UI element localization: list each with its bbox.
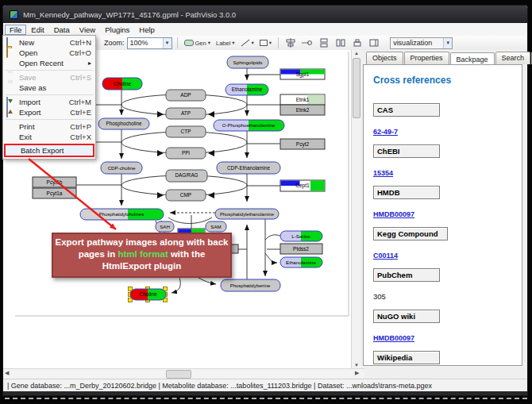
node-pcyt2[interactable]: Pcyt2 (280, 139, 325, 149)
node-cdp-choline[interactable]: CDP-choline (101, 162, 142, 174)
node-pcyt1a[interactable]: Pcyt1a (33, 188, 76, 198)
menu-data[interactable]: Data (49, 25, 75, 35)
node-choline-selected[interactable]: Choline (129, 287, 168, 302)
datanode-dropdown[interactable]: Gen ▾ (183, 39, 212, 48)
chevron-down-icon: ▾ (208, 40, 210, 46)
node-choline[interactable]: Choline (102, 78, 142, 90)
stack-vertical-button[interactable] (317, 37, 331, 48)
xref-link[interactable]: 15354 (373, 169, 393, 177)
svg-text:PPi: PPi (182, 150, 190, 156)
menu-item-open-recent[interactable]: Open Recent ▸ (3, 58, 95, 68)
titlebar[interactable]: Mm_Kennedy_pathway_WP1771_45176.gpml - P… (3, 6, 527, 23)
align-middle-button[interactable] (300, 37, 314, 48)
zoom-select[interactable]: 100% ▼ (127, 37, 172, 49)
scroll-left-icon[interactable]: ◀ (5, 370, 9, 376)
menu-item-export[interactable]: Export Ctrl+E (3, 107, 95, 117)
tab-objects[interactable]: Objects (366, 52, 403, 64)
horiz-scroll-thumb[interactable] (166, 370, 191, 379)
annotation-callout: Export pathway images along with back pa… (52, 233, 232, 278)
node-cmp[interactable]: CMP (166, 190, 206, 201)
node-phosphocholine[interactable]: Phosphocholine (98, 118, 149, 129)
node-atp[interactable]: ATP (166, 108, 206, 119)
menu-item-import[interactable]: Import Ctrl+M (3, 97, 95, 107)
menu-item-exit[interactable]: Exit Ctrl+X (3, 132, 95, 142)
side-panel-button[interactable] (367, 37, 381, 48)
menu-item-new[interactable]: New Ctrl+N (3, 37, 95, 48)
side-panel-icon (368, 38, 380, 48)
node-l-serine[interactable]: L-Serine (280, 231, 322, 241)
tab-backpage[interactable]: Backpage (450, 52, 495, 65)
node-phosphatidylcholines[interactable]: Phosphatidylcholines (80, 209, 164, 220)
print-button[interactable] (350, 37, 364, 48)
xref-link[interactable]: C00114 (373, 252, 398, 260)
visualization-select[interactable]: visualization ▼ (390, 37, 453, 49)
node-ctp[interactable]: CTP (166, 126, 206, 137)
node-o-phosphoethanolamine[interactable]: O-Phosphoethanolamine (214, 120, 284, 131)
label-dropdown[interactable]: Label ▾ (214, 39, 237, 48)
status-text: | Gene database: ...m_Derby_20120602.bri… (7, 382, 432, 390)
node-pcyt1b[interactable]: Pcyt1b (33, 177, 76, 187)
node-phosphatidylserine[interactable]: Phosphatidylserine (221, 279, 280, 291)
sidebar: Objects Properties Backpage Search Legen… (360, 50, 527, 368)
stack-vertical-icon (318, 38, 330, 48)
menu-item-save-as[interactable]: Save as (3, 83, 95, 93)
menu-file[interactable]: File (5, 25, 26, 35)
xref-link[interactable]: HMDB00097 (373, 210, 414, 218)
align-center-button[interactable] (283, 37, 298, 48)
line-dropdown[interactable]: ▾ (239, 38, 256, 48)
xref-title: NuGO wiki (373, 310, 440, 323)
node-ethanolamine-bottom[interactable]: Ethanolamine (280, 257, 322, 267)
shape-dropdown[interactable]: ▾ (258, 39, 273, 47)
svg-text:Phosphocholine: Phosphocholine (106, 121, 142, 127)
menu-item-batch-export[interactable]: Batch Export (4, 144, 94, 157)
node-sgpl1[interactable]: Sgpl1 (280, 69, 325, 79)
tab-properties[interactable]: Properties (404, 52, 449, 64)
xref-section-kegg: Kegg Compound C00114 (373, 227, 512, 261)
menu-separator (6, 119, 93, 120)
callout-highlight: html format (118, 249, 168, 259)
xref-title: Kegg Compound (373, 227, 448, 240)
node-sah[interactable]: SAH (156, 221, 174, 232)
align-center-icon (285, 38, 296, 48)
node-sam[interactable]: SAM (206, 221, 226, 232)
svg-text:Pcyt1b: Pcyt1b (47, 179, 63, 186)
node-etnk1[interactable]: Etnk1 (280, 94, 325, 105)
node-cept1[interactable]: Cept1 (280, 180, 325, 191)
node-adp[interactable]: ADP (166, 90, 206, 101)
menu-item-print[interactable]: Print Ctrl+P (3, 121, 95, 132)
menu-plugins[interactable]: Plugins (100, 25, 134, 35)
svg-text:ATP: ATP (181, 110, 191, 116)
node-sphingolipids[interactable]: Sphingolipids (227, 56, 268, 68)
node-ethanolamine[interactable]: Ethanolamine (226, 84, 268, 95)
chevron-down-icon[interactable]: ▼ (443, 38, 452, 48)
vertical-scroll-thumb[interactable] (353, 58, 360, 118)
svg-text:Phosphatidylserine: Phosphatidylserine (230, 283, 271, 288)
node-dag[interactable]: DAG/RAG (166, 170, 207, 182)
svg-text:DAG/RAG: DAG/RAG (175, 172, 198, 178)
menu-item-open[interactable]: Open Ctrl+O (3, 48, 95, 58)
menu-help[interactable]: Help (134, 25, 160, 35)
svg-text:Pcyt2: Pcyt2 (296, 141, 310, 148)
statusbar: | Gene database: ...m_Derby_20120602.bri… (3, 379, 527, 392)
xref-link[interactable]: HMDB00097 (373, 334, 414, 342)
chevron-down-icon[interactable]: ▼ (163, 38, 172, 48)
xref-link[interactable]: 62-49-7 (373, 128, 398, 136)
node-ptdss2[interactable]: Ptdss2 (280, 244, 322, 254)
toolbar-separator (278, 37, 279, 48)
menu-edit[interactable]: Edit (26, 25, 48, 35)
stack-horizontal-button[interactable] (333, 37, 348, 48)
node-phosphatidylethanolamine[interactable]: Phosphatidylethanolamine (215, 209, 279, 219)
node-cdp-ethanolamine[interactable]: CDP-Ethanolamine (217, 162, 280, 174)
svg-text:CTP: CTP (181, 129, 191, 134)
zoom-label: Zoom: (104, 39, 125, 47)
scroll-right-icon[interactable]: ▶ (355, 370, 359, 376)
stack-horizontal-icon (335, 38, 346, 48)
xref-title: Wikipedia (373, 351, 440, 364)
svg-text:CMP: CMP (180, 192, 191, 198)
menu-item-save[interactable]: Save Ctrl+S (3, 72, 95, 83)
tab-search[interactable]: Search (495, 52, 531, 64)
node-ppi[interactable]: PPi (166, 148, 206, 159)
xref-section-hmdb: HMDB HMDB00097 (373, 186, 512, 220)
node-etnk2[interactable]: Etnk2 (280, 105, 325, 115)
menu-view[interactable]: View (75, 25, 100, 35)
